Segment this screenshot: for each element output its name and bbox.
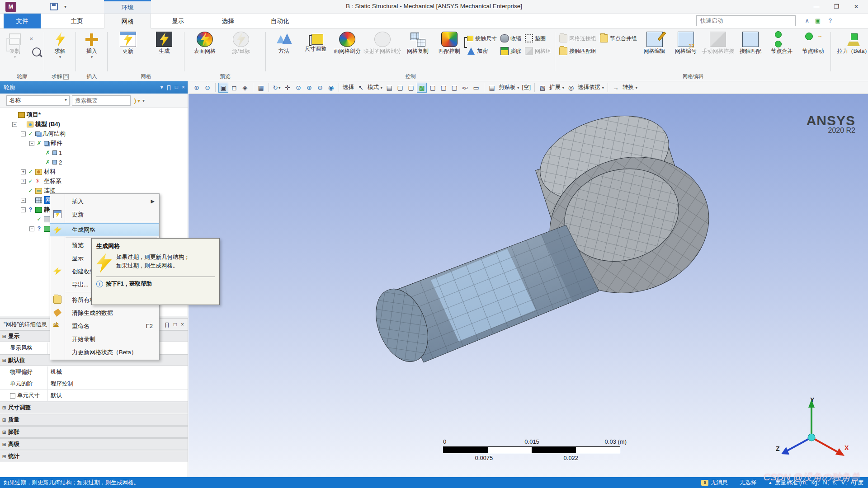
pin-icon[interactable]: ∏	[165, 319, 170, 330]
tree-item-coordinate-systems[interactable]: +✓坐标系	[21, 177, 61, 186]
ribbon-button-method[interactable]: 方法	[269, 30, 299, 54]
collapse-ribbon-icon[interactable]: ∧	[805, 17, 809, 24]
zoom-in-icon[interactable]: ⊕	[192, 83, 202, 93]
ribbon-button-mesh-numbering[interactable]: 网格编号	[670, 30, 701, 54]
orientation-triad[interactable]: Y X Z	[773, 396, 850, 459]
minimize-button[interactable]: —	[807, 1, 826, 12]
ribbon-button-mesh-edit[interactable]: 网格编辑	[639, 30, 670, 54]
filter-type-select[interactable]: 名称	[6, 95, 70, 106]
close-button[interactable]: ×	[847, 1, 865, 12]
outline-search-input[interactable]	[72, 95, 131, 106]
pan-icon[interactable]: ✛	[283, 83, 292, 93]
extend-icon[interactable]: ▧	[538, 83, 547, 93]
zoom-out-icon[interactable]: ⊖	[203, 83, 212, 93]
zoom-in2-icon[interactable]: ⊕	[304, 83, 314, 93]
dropdown-arrow-icon[interactable]: ▾	[91, 56, 93, 58]
expander-icon[interactable]: −	[12, 122, 17, 127]
dropdown-arrow-icon[interactable]: ▾	[14, 56, 16, 58]
filter-more-icon[interactable]: ▾	[142, 98, 145, 103]
details-row-advanced-section[interactable]: ⊞高级	[0, 438, 188, 450]
graphics-viewport[interactable]: ANSYS 2020 R2 0 0.015 0.03 (m) 0.0075 0.…	[189, 94, 868, 477]
select-by-icon[interactable]: ◎	[566, 83, 576, 93]
convert-icon[interactable]: →	[611, 83, 621, 93]
property-value[interactable]: 机械	[48, 368, 62, 376]
tab-mesh[interactable]: 网格	[104, 14, 151, 28]
section-expander-icon[interactable]: ⊞	[0, 418, 8, 422]
toolbar-label-[空][interactable]: [空]	[521, 84, 532, 91]
tree-item-body-1[interactable]: ✗1	[38, 148, 62, 157]
section-expander-icon[interactable]: ⊞	[0, 430, 8, 435]
select-body-icon[interactable]: ▩	[417, 83, 427, 93]
toolbar-label-转换[interactable]: 转换 ▾	[622, 84, 638, 91]
outline-panel-header[interactable]: 轮廓 ▾ ∏ □ ×	[0, 81, 188, 94]
property-value[interactable]: 默认	[48, 392, 62, 399]
float-icon[interactable]: □	[175, 81, 178, 94]
details-row-sizing-section[interactable]: ⊞尺寸调整	[0, 402, 188, 413]
ribbon-button-contact-sizing[interactable]: 接触尺寸	[467, 34, 497, 43]
expander-icon[interactable]: −	[21, 207, 26, 212]
tree-item-label[interactable]: 部件	[51, 139, 62, 147]
maximize-button[interactable]: ❐	[827, 1, 845, 12]
select-edge-icon[interactable]: ▢	[395, 83, 405, 93]
quick-launch-input[interactable]	[696, 15, 796, 26]
context-tab-environment[interactable]: 环境	[104, 0, 151, 14]
tree-item-label[interactable]: 坐标系	[44, 177, 61, 185]
filter-chevron-icon[interactable]: ❭▾	[133, 98, 140, 104]
toolbar-label-扩展[interactable]: 扩展 ▾	[548, 84, 565, 91]
expander-icon[interactable]: −	[21, 198, 26, 203]
menu-item-start-recording[interactable]: 开始录制	[50, 333, 159, 346]
ribbon-button-sizing[interactable]: 尺寸调整	[300, 30, 331, 52]
tab-automation[interactable]: 自动化	[255, 14, 305, 28]
details-row-inflation-section[interactable]: ⊞膨胀	[0, 426, 188, 438]
ribbon-button-surface-mesh[interactable]: 表面网格	[187, 30, 222, 54]
toolbar-label-选择[interactable]: 选择	[342, 84, 355, 91]
tree-item-label[interactable]: 材料	[44, 168, 56, 176]
wireframe-icon[interactable]: ▦	[256, 83, 266, 93]
tree-item-geometry[interactable]: −✓几何结构	[21, 129, 66, 138]
menu-item-update[interactable]: 更新	[50, 208, 159, 221]
menu-item-force-mesh-update[interactable]: 力更新网格状态（Beta）	[50, 346, 159, 359]
ribbon-button-gasket[interactable]: 垫圈	[525, 34, 551, 43]
fit-view-icon[interactable]: ▣	[218, 83, 228, 93]
select-element-icon[interactable]: ▢	[449, 83, 459, 93]
section-expander-icon[interactable]: ⊞	[0, 454, 8, 459]
delete-icon[interactable]: ×	[29, 34, 40, 43]
close-panel-icon[interactable]: ×	[182, 81, 185, 94]
expander-icon[interactable]: +	[21, 179, 26, 184]
section-expander-icon[interactable]: ⊟	[0, 334, 8, 339]
shaded-view-icon[interactable]: ◻	[229, 83, 239, 93]
search-icon[interactable]	[29, 46, 40, 56]
tab-home[interactable]: 主页	[54, 14, 99, 28]
details-row-quality-section[interactable]: ⊞质量	[0, 414, 188, 426]
section-expander-icon[interactable]: ⊞	[0, 442, 8, 447]
id-pick-icon[interactable]: ▭	[471, 83, 481, 93]
pin-icon[interactable]: ∏	[167, 81, 171, 94]
zoom-fit-icon[interactable]: ◉	[326, 83, 336, 93]
ribbon-button-face-meshing[interactable]: 面网格剖分	[332, 30, 363, 54]
tree-item-part[interactable]: −✗部件	[29, 139, 62, 148]
close-panel-icon[interactable]: ×	[181, 319, 184, 330]
menu-item-insert[interactable]: 插入▶	[50, 195, 159, 208]
details-row-physics-preference[interactable]: 物理偏好机械	[0, 366, 188, 378]
tree-item-model[interactable]: −模型 (B4)	[12, 120, 60, 129]
tree-item-materials[interactable]: +✓材料	[21, 167, 56, 176]
coord-pick-icon[interactable]: xyz	[460, 83, 470, 93]
section-expander-icon[interactable]: ⊞	[0, 405, 8, 410]
float-icon[interactable]: □	[174, 319, 177, 330]
menu-item-generate-mesh[interactable]: 生成网格	[50, 223, 159, 236]
select-node-icon[interactable]: ▢	[428, 83, 438, 93]
tab-file[interactable]: 文件	[4, 14, 41, 28]
details-row-statistics-section[interactable]: ⊞统计	[0, 450, 188, 462]
expander-icon[interactable]: −	[21, 131, 26, 136]
tree-item-label[interactable]: 2	[59, 159, 62, 166]
ribbon-button-inflation[interactable]: 膨胀	[500, 47, 521, 56]
ribbon-button-match-control[interactable]: 匹配控制	[434, 30, 465, 54]
toolbar-label-选择依据[interactable]: 选择依据 ▾	[577, 84, 605, 91]
details-row-element-size[interactable]: 单元尺寸默认	[0, 390, 188, 402]
ribbon-button-pinch[interactable]: 收缩	[500, 34, 521, 43]
details-row-element-order[interactable]: 单元的阶程序控制	[0, 378, 188, 390]
property-value[interactable]: 程序控制	[48, 380, 73, 388]
panel-dropdown-icon[interactable]: ▾	[160, 81, 163, 94]
section-expander-icon[interactable]: ⊟	[0, 358, 8, 363]
ribbon-button-mesh-copy[interactable]: 网格复制	[402, 30, 433, 54]
